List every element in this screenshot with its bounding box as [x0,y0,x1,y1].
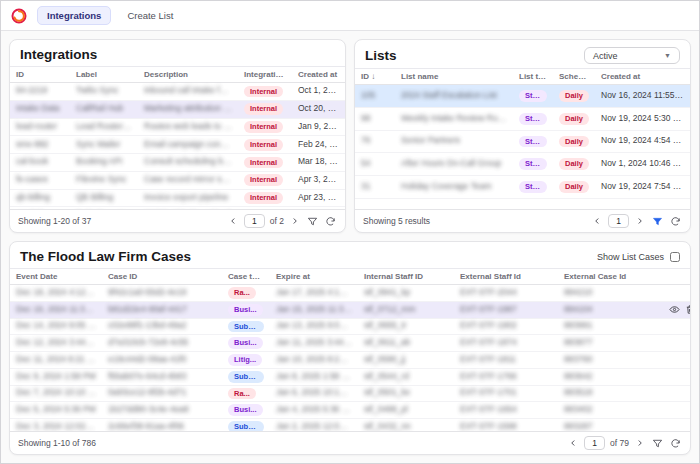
cell-type: Staff [513,130,553,153]
integrations-next-page-button[interactable] [289,215,301,227]
table-row[interactable]: 1052024 Staff Escalation ListStaffDailyN… [355,85,690,108]
table-row[interactable]: 31Holiday Coverage TeamStaffDailyNov 19,… [355,176,690,199]
table-row[interactable]: fs-casesFilevine SyncCase record mirror … [10,171,345,189]
lists-status-filter-select[interactable]: Active ▼ [584,47,680,64]
delete-row-icon[interactable] [685,304,690,315]
lists-filter-icon[interactable] [651,215,664,228]
integrations-refresh-icon[interactable] [324,215,337,228]
column-header[interactable]: Case type [222,269,270,285]
lists-table-wrap: ID ↓List nameList typeScheduleCreated at… [355,68,690,209]
column-header[interactable]: Created at [595,69,690,85]
row-actions [658,368,690,385]
cell-case_type: Subs... [222,368,270,385]
table-row[interactable]: Dec 12, 2024 3:44 PMd7a310cb-72e8-4c55Bu… [10,335,690,352]
table-row[interactable]: cal-bookBooking APIConsult scheduling br… [10,154,345,172]
cell-schedule: Daily [553,176,595,199]
tab-create-list[interactable]: Create List [117,6,183,25]
cases-filter-icon[interactable] [651,437,664,450]
cell-id: qb-billing [10,189,70,207]
table-row[interactable]: 84-2219Twilio SyncInbound call intake fe… [10,83,345,101]
cell-external_staff: EXT-STF-1987 [454,301,558,318]
cell-external_case: 883991 [558,318,658,335]
cell-event_date: Dec 16, 2024 11:30 AM [10,301,102,318]
badge-case_type: Ra... [228,287,256,299]
table-row[interactable]: qb-billingQB BillingInvoice export pipel… [10,189,345,207]
table-row[interactable]: 76Senior PartnersStaffDailyNov 19, 2024 … [355,130,690,153]
table-row[interactable]: Intake DataCallRail HubMarketing attribu… [10,100,345,118]
cell-name: 2024 Staff Escalation List [395,85,513,108]
column-header[interactable]: Expire at [270,269,358,285]
column-header[interactable]: External Case Id [558,269,658,285]
cell-created: Feb 24, 2024 1:3... [292,136,345,154]
integrations-table: IDLabelDescriptionIntegration typeCreate… [10,66,345,209]
table-row[interactable]: 54After Hours On-Call GroupStaffDailyNov… [355,153,690,176]
cell-label: CallRail Hub [70,100,138,118]
row-actions [658,385,690,402]
cell-expire_at: Jan 13, 2025 9:05 AM [270,318,358,335]
column-header[interactable]: ID ↓ [355,69,395,85]
cell-created: Apr 23, 2024 10:... [292,189,345,207]
row-actions [658,352,690,369]
lists-prev-page-button[interactable] [591,215,603,227]
table-row[interactable]: lead-routerLead Router v2Routes web lead… [10,118,345,136]
column-header[interactable]: Created at [292,67,345,83]
cases-prev-page-button[interactable] [567,437,579,449]
cell-label: QB Billing [70,189,138,207]
badge-type: Internal [244,174,283,186]
column-header[interactable]: Label [70,67,138,83]
badge-type: Staff [519,181,547,193]
badge-type: Internal [244,192,283,204]
table-row[interactable]: Dec 18, 2024 4:12 PM9f42c1a0-55d2-4e19Ra… [10,285,690,302]
view-row-icon[interactable] [669,304,680,315]
badge-schedule: Daily [559,136,589,148]
cell-case_id: e19c44d2-08aa-41f0 [102,352,222,369]
column-header[interactable]: Description [138,67,238,83]
cell-internal_staff: stf_0488_pl [358,402,454,419]
cases-refresh-icon[interactable] [669,437,682,450]
table-row[interactable]: Dec 16, 2024 11:30 AMb81d22e4-90af-4417B… [10,301,690,318]
cell-external_case: 883402 [558,402,658,419]
table-row[interactable]: Dec 9, 2024 1:58 PMf55ab07e-64cd-4b83Sub… [10,368,690,385]
show-list-cases-toggle[interactable]: Show List Cases [597,252,680,262]
cell-id: smx-882 [10,136,70,154]
column-header[interactable]: Schedule [553,69,595,85]
table-row[interactable]: smx-882Sync MailerEmail campaign connect… [10,136,345,154]
cell-description: Case record mirror service [138,171,238,189]
lists-table: ID ↓List nameList typeScheduleCreated at… [355,68,690,199]
cell-event_date: Dec 14, 2024 9:05 AM [10,318,102,335]
cell-name: After Hours On-Call Group [395,153,513,176]
cell-case_type: Subs... [222,318,270,335]
column-header[interactable]: List type [513,69,553,85]
table-row[interactable]: Dec 7, 2024 10:10 AM0a93ce12-8f2b-4d71Ra… [10,385,690,402]
integrations-filter-icon[interactable] [306,215,319,228]
column-header[interactable]: Event Date [10,269,102,285]
badge-type: Staff [519,90,547,102]
cases-next-page-button[interactable] [634,437,646,449]
column-header[interactable]: Integration type [238,67,292,83]
integrations-prev-page-button[interactable] [227,215,239,227]
badge-case_type: Litig... [228,354,262,366]
cell-id: 84-2219 [10,83,70,101]
cell-type: Internal [238,118,292,136]
cell-id: 98 [355,107,395,130]
cell-type: Internal [238,136,292,154]
table-row[interactable]: 98Weekly Intake Review RosterStaffDailyN… [355,107,690,130]
tab-integrations[interactable]: Integrations [37,6,111,25]
table-row[interactable]: Dec 11, 2024 8:21 AMe19c44d2-08aa-41f0Li… [10,352,690,369]
column-header[interactable]: Internal Staff ID [358,269,454,285]
lists-next-page-button[interactable] [634,215,646,227]
column-header[interactable]: List name [395,69,513,85]
row-actions [658,402,690,419]
cell-internal_staff: stf_0655_tr [358,318,454,335]
lists-refresh-icon[interactable] [669,215,682,228]
show-list-cases-checkbox[interactable] [670,252,680,262]
column-header[interactable]: External Staff Id [454,269,558,285]
table-row[interactable]: Dec 5, 2024 5:36 PM1b27dd90-3c4e-4ea8Bus… [10,402,690,419]
table-row[interactable]: Dec 14, 2024 9:05 AMc02e88f1-13bd-49a2Su… [10,318,690,335]
cell-case_type: Busi... [222,402,270,419]
column-header[interactable]: ID [10,67,70,83]
integrations-showing-text: Showing 1-20 of 37 [18,216,91,226]
column-header-actions [658,269,690,285]
column-header[interactable]: Case ID [102,269,222,285]
table-row[interactable]: Dec 3, 2024 12:02 PM2c66ef38-91aa-4f06Su… [10,419,690,432]
